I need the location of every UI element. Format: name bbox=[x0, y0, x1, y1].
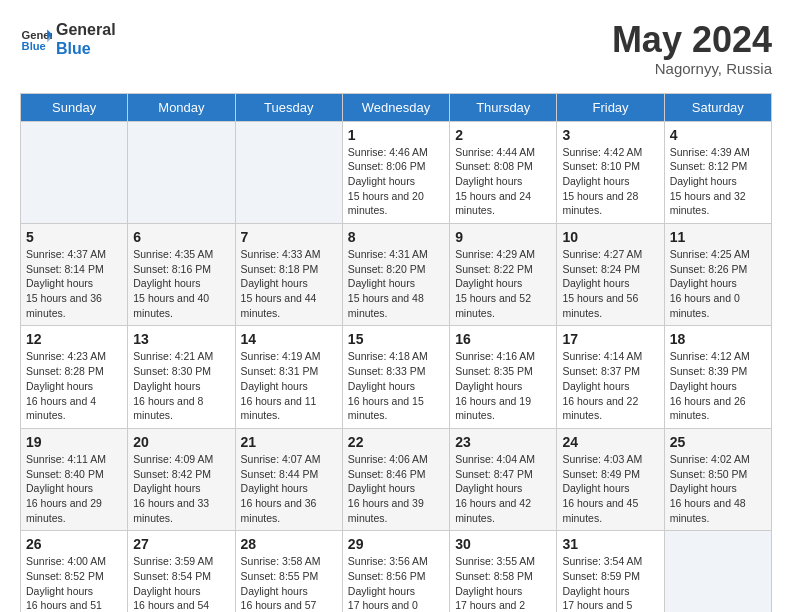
empty-cell bbox=[664, 531, 771, 612]
cell-info: Sunrise: 3:54 AMSunset: 8:59 PMDaylight … bbox=[562, 554, 658, 612]
day-cell-15: 15Sunrise: 4:18 AMSunset: 8:33 PMDayligh… bbox=[342, 326, 449, 428]
day-number: 6 bbox=[133, 229, 229, 245]
day-cell-9: 9Sunrise: 4:29 AMSunset: 8:22 PMDaylight… bbox=[450, 224, 557, 326]
day-number: 3 bbox=[562, 127, 658, 143]
day-number: 10 bbox=[562, 229, 658, 245]
day-cell-28: 28Sunrise: 3:58 AMSunset: 8:55 PMDayligh… bbox=[235, 531, 342, 612]
logo: General Blue General Blue bbox=[20, 20, 116, 58]
weekday-header-saturday: Saturday bbox=[664, 93, 771, 121]
day-number: 8 bbox=[348, 229, 444, 245]
day-number: 19 bbox=[26, 434, 122, 450]
cell-info: Sunrise: 4:35 AMSunset: 8:16 PMDaylight … bbox=[133, 247, 229, 320]
day-cell-16: 16Sunrise: 4:16 AMSunset: 8:35 PMDayligh… bbox=[450, 326, 557, 428]
day-cell-5: 5Sunrise: 4:37 AMSunset: 8:14 PMDaylight… bbox=[21, 224, 128, 326]
day-number: 7 bbox=[241, 229, 337, 245]
cell-info: Sunrise: 4:39 AMSunset: 8:12 PMDaylight … bbox=[670, 145, 766, 218]
day-number: 25 bbox=[670, 434, 766, 450]
title-block: May 2024 Nagornyy, Russia bbox=[612, 20, 772, 77]
day-cell-8: 8Sunrise: 4:31 AMSunset: 8:20 PMDaylight… bbox=[342, 224, 449, 326]
logo-icon: General Blue bbox=[20, 23, 52, 55]
day-cell-10: 10Sunrise: 4:27 AMSunset: 8:24 PMDayligh… bbox=[557, 224, 664, 326]
weekday-header-friday: Friday bbox=[557, 93, 664, 121]
page-header: General Blue General Blue May 2024 Nagor… bbox=[20, 20, 772, 77]
cell-info: Sunrise: 4:02 AMSunset: 8:50 PMDaylight … bbox=[670, 452, 766, 525]
cell-info: Sunrise: 4:33 AMSunset: 8:18 PMDaylight … bbox=[241, 247, 337, 320]
weekday-header-thursday: Thursday bbox=[450, 93, 557, 121]
day-number: 12 bbox=[26, 331, 122, 347]
day-number: 16 bbox=[455, 331, 551, 347]
cell-info: Sunrise: 4:44 AMSunset: 8:08 PMDaylight … bbox=[455, 145, 551, 218]
day-number: 17 bbox=[562, 331, 658, 347]
cell-info: Sunrise: 4:09 AMSunset: 8:42 PMDaylight … bbox=[133, 452, 229, 525]
day-cell-4: 4Sunrise: 4:39 AMSunset: 8:12 PMDaylight… bbox=[664, 121, 771, 223]
cell-info: Sunrise: 3:59 AMSunset: 8:54 PMDaylight … bbox=[133, 554, 229, 612]
day-cell-6: 6Sunrise: 4:35 AMSunset: 8:16 PMDaylight… bbox=[128, 224, 235, 326]
day-cell-21: 21Sunrise: 4:07 AMSunset: 8:44 PMDayligh… bbox=[235, 428, 342, 530]
day-number: 4 bbox=[670, 127, 766, 143]
day-cell-29: 29Sunrise: 3:56 AMSunset: 8:56 PMDayligh… bbox=[342, 531, 449, 612]
location: Nagornyy, Russia bbox=[612, 60, 772, 77]
calendar-body: 1Sunrise: 4:46 AMSunset: 8:06 PMDaylight… bbox=[21, 121, 772, 612]
cell-info: Sunrise: 4:06 AMSunset: 8:46 PMDaylight … bbox=[348, 452, 444, 525]
day-number: 22 bbox=[348, 434, 444, 450]
day-cell-26: 26Sunrise: 4:00 AMSunset: 8:52 PMDayligh… bbox=[21, 531, 128, 612]
cell-info: Sunrise: 4:21 AMSunset: 8:30 PMDaylight … bbox=[133, 349, 229, 422]
weekday-header-monday: Monday bbox=[128, 93, 235, 121]
day-number: 14 bbox=[241, 331, 337, 347]
day-number: 30 bbox=[455, 536, 551, 552]
svg-text:Blue: Blue bbox=[22, 40, 46, 52]
day-number: 18 bbox=[670, 331, 766, 347]
cell-info: Sunrise: 4:23 AMSunset: 8:28 PMDaylight … bbox=[26, 349, 122, 422]
day-number: 26 bbox=[26, 536, 122, 552]
day-cell-31: 31Sunrise: 3:54 AMSunset: 8:59 PMDayligh… bbox=[557, 531, 664, 612]
day-number: 5 bbox=[26, 229, 122, 245]
weekday-header-tuesday: Tuesday bbox=[235, 93, 342, 121]
day-number: 15 bbox=[348, 331, 444, 347]
day-number: 29 bbox=[348, 536, 444, 552]
day-number: 31 bbox=[562, 536, 658, 552]
cell-info: Sunrise: 4:27 AMSunset: 8:24 PMDaylight … bbox=[562, 247, 658, 320]
day-cell-30: 30Sunrise: 3:55 AMSunset: 8:58 PMDayligh… bbox=[450, 531, 557, 612]
empty-cell bbox=[21, 121, 128, 223]
cell-info: Sunrise: 4:19 AMSunset: 8:31 PMDaylight … bbox=[241, 349, 337, 422]
empty-cell bbox=[128, 121, 235, 223]
week-row-2: 5Sunrise: 4:37 AMSunset: 8:14 PMDaylight… bbox=[21, 224, 772, 326]
day-cell-23: 23Sunrise: 4:04 AMSunset: 8:47 PMDayligh… bbox=[450, 428, 557, 530]
day-cell-22: 22Sunrise: 4:06 AMSunset: 8:46 PMDayligh… bbox=[342, 428, 449, 530]
day-number: 2 bbox=[455, 127, 551, 143]
day-number: 11 bbox=[670, 229, 766, 245]
day-number: 27 bbox=[133, 536, 229, 552]
day-number: 23 bbox=[455, 434, 551, 450]
cell-info: Sunrise: 4:46 AMSunset: 8:06 PMDaylight … bbox=[348, 145, 444, 218]
day-cell-3: 3Sunrise: 4:42 AMSunset: 8:10 PMDaylight… bbox=[557, 121, 664, 223]
day-number: 20 bbox=[133, 434, 229, 450]
week-row-4: 19Sunrise: 4:11 AMSunset: 8:40 PMDayligh… bbox=[21, 428, 772, 530]
week-row-5: 26Sunrise: 4:00 AMSunset: 8:52 PMDayligh… bbox=[21, 531, 772, 612]
cell-info: Sunrise: 4:14 AMSunset: 8:37 PMDaylight … bbox=[562, 349, 658, 422]
cell-info: Sunrise: 3:56 AMSunset: 8:56 PMDaylight … bbox=[348, 554, 444, 612]
day-cell-12: 12Sunrise: 4:23 AMSunset: 8:28 PMDayligh… bbox=[21, 326, 128, 428]
day-cell-20: 20Sunrise: 4:09 AMSunset: 8:42 PMDayligh… bbox=[128, 428, 235, 530]
day-number: 21 bbox=[241, 434, 337, 450]
cell-info: Sunrise: 4:11 AMSunset: 8:40 PMDaylight … bbox=[26, 452, 122, 525]
cell-info: Sunrise: 4:18 AMSunset: 8:33 PMDaylight … bbox=[348, 349, 444, 422]
cell-info: Sunrise: 4:25 AMSunset: 8:26 PMDaylight … bbox=[670, 247, 766, 320]
day-number: 1 bbox=[348, 127, 444, 143]
cell-info: Sunrise: 4:00 AMSunset: 8:52 PMDaylight … bbox=[26, 554, 122, 612]
cell-info: Sunrise: 4:42 AMSunset: 8:10 PMDaylight … bbox=[562, 145, 658, 218]
cell-info: Sunrise: 3:55 AMSunset: 8:58 PMDaylight … bbox=[455, 554, 551, 612]
weekday-header-wednesday: Wednesday bbox=[342, 93, 449, 121]
cell-info: Sunrise: 4:12 AMSunset: 8:39 PMDaylight … bbox=[670, 349, 766, 422]
cell-info: Sunrise: 4:03 AMSunset: 8:49 PMDaylight … bbox=[562, 452, 658, 525]
day-cell-24: 24Sunrise: 4:03 AMSunset: 8:49 PMDayligh… bbox=[557, 428, 664, 530]
weekday-header-row: SundayMondayTuesdayWednesdayThursdayFrid… bbox=[21, 93, 772, 121]
cell-info: Sunrise: 4:16 AMSunset: 8:35 PMDaylight … bbox=[455, 349, 551, 422]
empty-cell bbox=[235, 121, 342, 223]
cell-info: Sunrise: 4:31 AMSunset: 8:20 PMDaylight … bbox=[348, 247, 444, 320]
logo-text: General Blue bbox=[56, 20, 116, 58]
day-cell-7: 7Sunrise: 4:33 AMSunset: 8:18 PMDaylight… bbox=[235, 224, 342, 326]
day-cell-1: 1Sunrise: 4:46 AMSunset: 8:06 PMDaylight… bbox=[342, 121, 449, 223]
day-cell-11: 11Sunrise: 4:25 AMSunset: 8:26 PMDayligh… bbox=[664, 224, 771, 326]
cell-info: Sunrise: 4:37 AMSunset: 8:14 PMDaylight … bbox=[26, 247, 122, 320]
day-cell-14: 14Sunrise: 4:19 AMSunset: 8:31 PMDayligh… bbox=[235, 326, 342, 428]
